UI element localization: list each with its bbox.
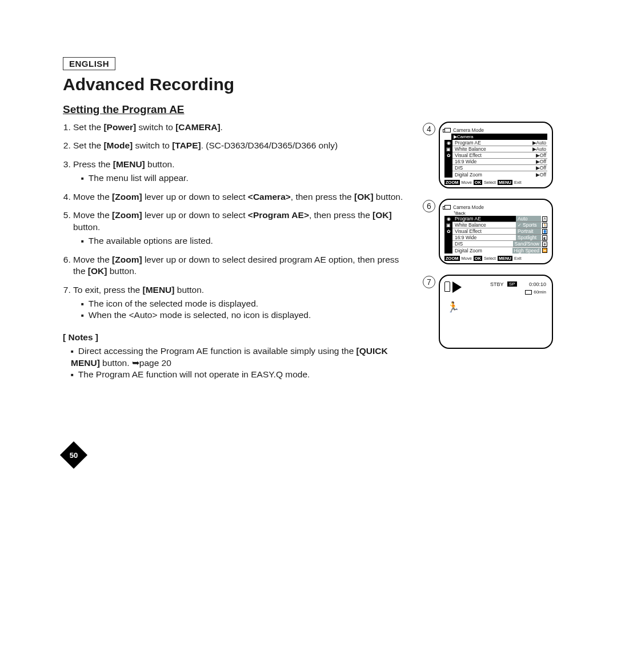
step-7-sub-2: When the <Auto> mode is selected, no ico… [81, 309, 410, 321]
mode-icon-spotlight: ◐ [542, 235, 547, 240]
tape-icon [444, 281, 450, 292]
menu-row: DISSand/Snow❄ [452, 241, 547, 247]
page-title: Advanced Recording [63, 75, 560, 94]
status-stby: STBY [490, 281, 504, 287]
menu-row: Visual EffectPortrait👤 [452, 228, 547, 235]
step-3-sub: The menu list will appear. [81, 172, 410, 184]
figure-6: 6 Camera Mode ꜛBack ◉▣✿ Program AEAutoA … [423, 199, 560, 264]
menu-row: 16:9 Wide▶Off [452, 159, 547, 165]
step-7: To exit, press the [MENU] button. The ic… [73, 284, 410, 321]
section-title: Setting the Program AE [63, 103, 560, 116]
mode-icon-sports: 🏃 [542, 223, 547, 228]
menu-row: Program AE▶Auto [452, 140, 547, 146]
note-2: The Program AE function will not operate… [71, 369, 410, 380]
step-list: Set the [Power] switch to [CAMERA]. Set … [73, 122, 410, 321]
content-row: Set the [Power] switch to [CAMERA]. Set … [63, 122, 560, 381]
figure-number-6: 6 [423, 200, 435, 212]
lcd-screen-7: STBY SP 0:00:10 60min 🏃 [439, 275, 553, 349]
sports-mode-icon: 🏃 [447, 301, 459, 313]
camera-icon [444, 128, 451, 132]
notes-list: Direct accessing the Program AE function… [71, 345, 410, 380]
language-badge: ENGLISH [63, 57, 115, 70]
notes-heading: [ Notes ] [63, 332, 410, 343]
speed-sp: SP [507, 281, 517, 287]
nav-hint-bar: ZOOMMove OKSelect MENUExit [444, 256, 547, 261]
nav-hint-bar: ZOOMMove OKSelect MENUExit [444, 180, 547, 185]
menu-row: DIS▶Off [452, 165, 547, 171]
screen-submenu: ▶Camera [451, 134, 547, 140]
step-5: Move the [Zoom] lever up or down to sele… [73, 210, 410, 247]
menu-row-selected: Program AEAutoA [452, 216, 547, 222]
menu-row: 16:9 WideSpotlight◐ [452, 235, 547, 241]
step-1: Set the [Power] switch to [CAMERA]. [73, 122, 410, 133]
step-2: Set the [Mode] switch to [TAPE]. (SC-D36… [73, 140, 410, 151]
figure-7: 7 STBY SP 0:00:10 60min 🏃 [423, 275, 560, 349]
camera-icon [444, 205, 451, 210]
mode-icon-auto: A [542, 216, 547, 222]
menu-row: Visual Effect▶Off [452, 152, 547, 159]
instruction-column: Set the [Power] switch to [CAMERA]. Set … [63, 122, 410, 381]
menu-icon-strip: ◉▣✿ [444, 140, 452, 178]
screen-title: Camera Mode [453, 204, 484, 210]
menu-row: White BalanceSports🏃 [452, 222, 547, 228]
menu-icon-strip: ◉▣✿ [444, 216, 452, 253]
step-7-sub-1: The icon of the selected mode is display… [81, 298, 410, 309]
figure-number-7: 7 [423, 276, 435, 288]
back-option: ꜛBack [451, 211, 547, 216]
mode-icon-sandsnow: ❄ [542, 242, 547, 247]
mode-icon-portrait: 👤 [542, 229, 547, 234]
timecode: 0:00:10 [529, 281, 546, 287]
menu-row: Digital ZoomHigh Speed⏩ [452, 247, 547, 253]
mode-icon-highspeed: ⏩ [542, 248, 547, 253]
figure-number-4: 4 [423, 123, 435, 135]
note-1: Direct accessing the Program AE function… [71, 345, 410, 369]
menu-row: White Balance▶Auto [452, 146, 547, 152]
lcd-screen-4: Camera Mode ▶Camera ◉▣✿ Program AE▶Auto … [439, 122, 553, 188]
step-4: Move the [Zoom] lever up or down to sele… [73, 191, 410, 203]
figure-4: 4 Camera Mode ▶Camera ◉▣✿ Program AE▶Aut… [423, 122, 560, 188]
figure-column: 4 Camera Mode ▶Camera ◉▣✿ Program AE▶Aut… [423, 122, 560, 381]
lcd-screen-6: Camera Mode ꜛBack ◉▣✿ Program AEAutoA Wh… [439, 199, 553, 264]
rec-indicator-icon [452, 281, 462, 293]
manual-page: ENGLISH Advanced Recording Setting the P… [63, 57, 560, 381]
step-3: Press the [MENU] button. The menu list w… [73, 159, 410, 184]
menu-row: Digital Zoom▶Off [452, 171, 547, 178]
remaining-time: 60min [525, 289, 546, 295]
page-number-badge: 50 [63, 445, 85, 465]
step-5-sub: The available options are listed. [81, 235, 410, 247]
step-6: Move the [Zoom] lever up or down to sele… [73, 254, 410, 277]
screen-title: Camera Mode [453, 127, 484, 133]
